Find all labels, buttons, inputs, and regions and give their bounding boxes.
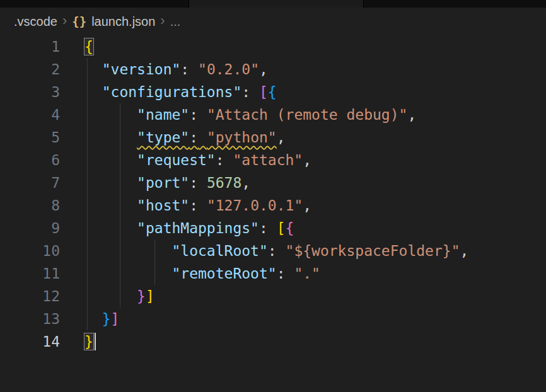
line-number[interactable]: 1 (0, 35, 60, 58)
chevron-right-icon: › (160, 14, 165, 27)
code-token: [ (277, 220, 286, 236)
code-token (198, 197, 207, 214)
code-line[interactable]: 10 "localRoot": "${workspaceFolder}", (0, 239, 546, 262)
code-token (84, 107, 137, 123)
code-token (198, 129, 207, 146)
code-token: : (189, 175, 198, 191)
code-token: ] (146, 288, 154, 304)
code-line-text[interactable]: "type": "python", (60, 126, 286, 149)
code-line[interactable]: 6 "request": "attach", (0, 149, 546, 171)
line-number[interactable]: 11 (0, 262, 60, 285)
code-token: "localRoot" (171, 243, 267, 259)
code-token: "host" (137, 197, 189, 214)
code-token: , (303, 152, 311, 168)
code-token (84, 243, 171, 259)
code-token (84, 152, 137, 168)
code-line-text[interactable]: "pathMappings": [{ (60, 217, 294, 239)
matched-bracket: } (84, 333, 93, 350)
code-token: "port" (137, 175, 189, 191)
code-token: : (259, 220, 268, 236)
line-number[interactable]: 9 (0, 217, 60, 239)
code-token: ] (111, 311, 120, 327)
line-number[interactable]: 4 (0, 103, 60, 126)
code-token (84, 197, 137, 214)
code-line-text[interactable]: "request": "attach", (60, 149, 311, 171)
code-token (189, 61, 198, 78)
code-line[interactable]: 12 }] (0, 285, 546, 308)
code-line[interactable]: 7 "port": 5678, (0, 171, 546, 194)
code-token: [ (259, 84, 268, 100)
code-line[interactable]: 13 }] (0, 308, 546, 330)
code-line-text[interactable]: "host": "127.0.0.1", (60, 194, 311, 217)
code-token: : (180, 61, 189, 78)
code-token: "type" (137, 129, 189, 146)
code-token (84, 84, 102, 100)
code-token: "configurations" (102, 84, 242, 100)
code-token (198, 175, 207, 191)
editor[interactable]: 1{2 "version": "0.2.0",3 "configurations… (0, 35, 546, 353)
code-token: "request" (137, 152, 216, 168)
code-token (277, 243, 286, 259)
line-number[interactable]: 6 (0, 149, 60, 171)
matched-bracket: { (84, 38, 93, 55)
chevron-right-icon: › (62, 14, 67, 27)
line-number[interactable]: 14 (0, 330, 60, 353)
code-token: "." (294, 265, 320, 282)
breadcrumb-symbol-ellipsis[interactable]: ... (170, 14, 181, 29)
code-line[interactable]: 9 "pathMappings": [{ (0, 217, 546, 239)
code-token (84, 288, 137, 304)
breadcrumb-file[interactable]: launch.json (91, 14, 155, 29)
code-token (84, 265, 171, 282)
code-line[interactable]: 3 "configurations": [{ (0, 81, 546, 103)
code-token (250, 84, 259, 100)
code-line-text[interactable]: }] (60, 308, 119, 330)
code-token (84, 61, 102, 78)
code-line-text[interactable]: } (60, 330, 96, 353)
code-token: } (137, 288, 146, 304)
code-token: "remoteRoot" (171, 265, 276, 282)
code-token: , (277, 129, 286, 146)
line-number[interactable]: 12 (0, 285, 60, 308)
code-token: , (259, 61, 268, 78)
tab-bar-edge (0, 0, 546, 8)
code-token: : (216, 152, 224, 168)
line-number[interactable]: 3 (0, 81, 60, 103)
code-line[interactable]: 8 "host": "127.0.0.1", (0, 194, 546, 217)
code-line-text[interactable]: "name": "Attach (remote debug)", (60, 103, 416, 126)
line-number[interactable]: 10 (0, 239, 60, 262)
breadcrumb-folder[interactable]: .vscode (14, 14, 57, 29)
line-number[interactable]: 13 (0, 308, 60, 330)
code-line[interactable]: 5 "type": "python", (0, 126, 546, 149)
code-line[interactable]: 4 "name": "Attach (remote debug)", (0, 103, 546, 126)
code-token: : (268, 243, 277, 259)
code-token: "127.0.0.1" (207, 197, 303, 214)
code-line-text[interactable]: }] (60, 285, 154, 308)
code-line-text[interactable]: "version": "0.2.0", (60, 58, 268, 81)
code-line-text[interactable]: { (60, 35, 93, 58)
code-line[interactable]: 1{ (0, 35, 546, 58)
code-line-text[interactable]: "configurations": [{ (60, 81, 277, 103)
code-token: { (286, 220, 294, 236)
code-token (268, 220, 277, 236)
line-number[interactable]: 5 (0, 126, 60, 149)
code-token (84, 175, 137, 191)
code-token: , (241, 175, 250, 191)
line-number[interactable]: 8 (0, 194, 60, 217)
breadcrumb: .vscode › {} launch.json › ... (0, 8, 546, 35)
text-cursor (95, 333, 96, 350)
code-line[interactable]: 14} (0, 330, 546, 353)
tab-edge-segment (189, 0, 364, 8)
code-line-text[interactable]: "localRoot": "${workspaceFolder}", (60, 239, 468, 262)
code-token: { (268, 84, 277, 100)
code-token: "Attach (remote debug)" (207, 107, 408, 123)
code-line-text[interactable]: "port": 5678, (60, 171, 250, 194)
code-token: "0.2.0" (198, 61, 259, 78)
code-line-text[interactable]: "remoteRoot": "." (60, 262, 320, 285)
code-token (198, 107, 207, 123)
line-number[interactable]: 7 (0, 171, 60, 194)
line-number[interactable]: 2 (0, 58, 60, 81)
code-line[interactable]: 11 "remoteRoot": "." (0, 262, 546, 285)
code-token (84, 311, 102, 327)
code-line[interactable]: 2 "version": "0.2.0", (0, 58, 546, 81)
code-token: : (241, 84, 250, 100)
